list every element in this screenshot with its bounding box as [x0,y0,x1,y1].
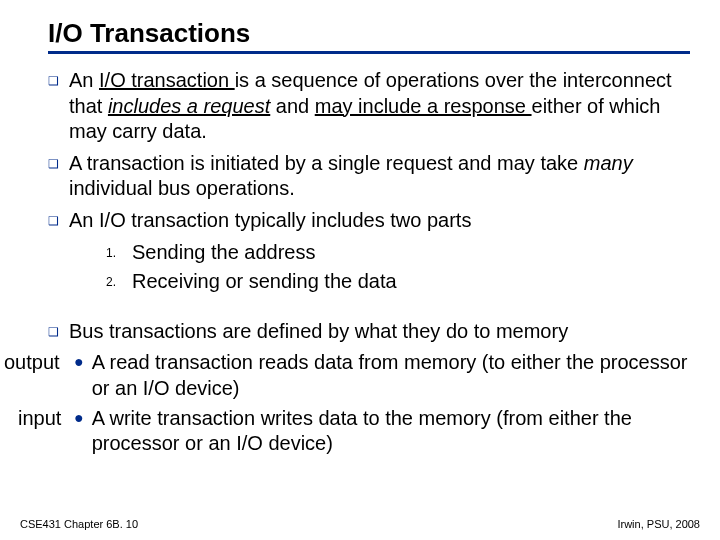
slide: I/O Transactions ❑ An I/O transaction is… [0,0,720,540]
text: An [69,69,99,91]
word-write: write [109,407,151,429]
phrase-may-include-response: may include a response [315,95,532,117]
emphasis-many: many [584,152,633,174]
bullet-list: ❑ An I/O transaction is a sequence of op… [48,68,690,457]
side-label-input: input [18,406,61,432]
text: A [92,351,110,373]
bullet-1-text: An I/O transaction is a sequence of oper… [69,68,690,145]
number-marker: 1. [106,246,122,266]
square-bullet-icon: ❑ [48,157,59,202]
bullet-4-text: Bus transactions are defined by what the… [69,319,568,345]
footer-right: Irwin, PSU, 2008 [617,518,700,530]
bullet-2: ❑ A transaction is initiated by a single… [48,151,690,202]
ordered-item-2: 2. Receiving or sending the data [106,269,690,295]
number-marker: 2. [106,275,122,295]
term-io-transaction: I/O transaction [99,69,235,91]
word-read: read [109,351,149,373]
ordered-item-1: 1. Sending the address [106,240,690,266]
bullet-4: ❑ Bus transactions are defined by what t… [48,319,690,345]
ordered-item-1-text: Sending the address [132,240,315,266]
sub-bullet-write-text: A write transaction writes data to the m… [92,406,690,457]
bullet-3-text: An I/O transaction typically includes tw… [69,208,471,234]
text: transaction writes data to the memory (f… [92,407,632,455]
phrase-includes-request: includes a request [108,95,270,117]
square-bullet-icon: ❑ [48,325,59,345]
sub-bullet-write: input ● A write transaction writes data … [74,406,690,457]
sub-bullet-read: output ● A read transaction reads data f… [74,350,690,401]
dot-bullet-icon: ● [74,408,84,457]
text: A transaction is initiated by a single r… [69,152,584,174]
dot-bullet-icon: ● [74,352,84,401]
square-bullet-icon: ❑ [48,74,59,145]
bullet-2-text: A transaction is initiated by a single r… [69,151,690,202]
text: A [92,407,110,429]
sub-bullet-read-text: A read transaction reads data from memor… [92,350,690,401]
square-bullet-icon: ❑ [48,214,59,234]
side-label-output: output [4,350,60,376]
bullet-1: ❑ An I/O transaction is a sequence of op… [48,68,690,145]
ordered-item-2-text: Receiving or sending the data [132,269,397,295]
bullet-3: ❑ An I/O transaction typically includes … [48,208,690,234]
footer-left: CSE431 Chapter 6B. 10 [20,518,138,530]
text: and [270,95,314,117]
ordered-sublist: 1. Sending the address 2. Receiving or s… [106,240,690,295]
slide-title: I/O Transactions [48,18,690,54]
text: individual bus operations. [69,177,295,199]
text: transaction reads data from memory (to e… [92,351,688,399]
